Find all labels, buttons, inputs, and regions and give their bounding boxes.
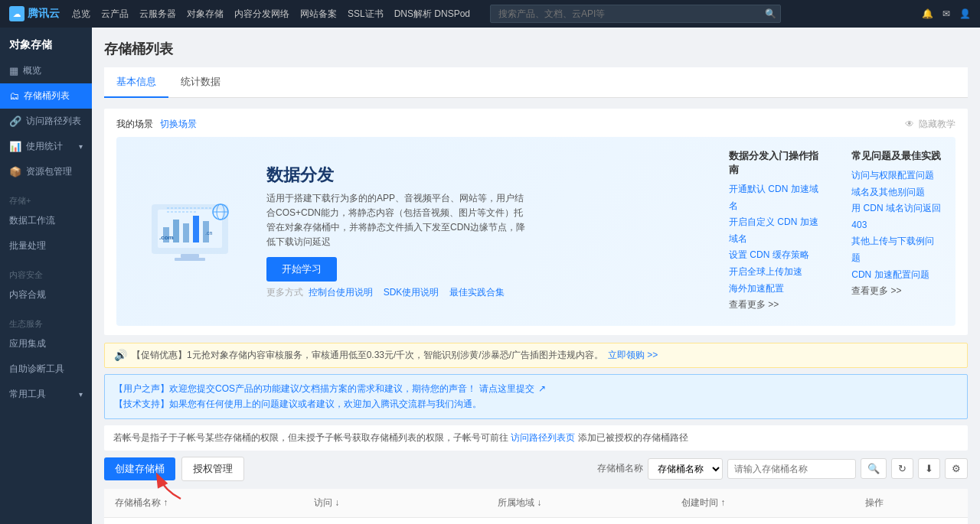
paths-icon: 🔗 bbox=[9, 116, 21, 127]
sidebar-item-access-paths[interactable]: 🔗 访问路径列表 bbox=[0, 109, 92, 134]
notification-icon[interactable]: 🔔 bbox=[922, 8, 933, 19]
search-input[interactable] bbox=[490, 5, 781, 23]
banner-section: 我的场景 切换场景 👁 隐藏教学 bbox=[104, 109, 968, 335]
sidebar-label-buckets: 存储桶列表 bbox=[24, 90, 70, 103]
sidebar-title: 对象存储 bbox=[0, 28, 92, 58]
faq-link-more[interactable]: 查看更多 >> bbox=[851, 283, 943, 300]
nav-overview[interactable]: 总览 bbox=[72, 8, 90, 21]
guide-link-5[interactable]: 海外加速配置 bbox=[729, 281, 821, 298]
nav-cvm[interactable]: 云服务器 bbox=[139, 8, 176, 21]
bucket-count-label: 存储桶名称 bbox=[597, 462, 643, 475]
info-box: 【用户之声】欢迎您提交COS产品的功能建议/文档描方案的需求和建议，期待您的声音… bbox=[104, 374, 968, 419]
notice-link[interactable]: 立即领购 >> bbox=[608, 349, 658, 362]
svg-text:.com: .com bbox=[159, 234, 174, 241]
banner-title: 数据分发 bbox=[266, 164, 714, 187]
settings-button[interactable]: ⚙ bbox=[945, 458, 968, 479]
table-row: ⓘ 可置名访问 上海（中国）(ap-shanghai) 2021-03-30 1… bbox=[104, 518, 968, 524]
external-link-icon: ↗ bbox=[538, 383, 546, 394]
overview-icon: ▦ bbox=[9, 65, 18, 76]
faq-link-4[interactable]: 其他上传与下载例问题 bbox=[851, 233, 943, 266]
sidebar-section-storage-plus: 存储+ bbox=[0, 189, 92, 208]
svg-rect-12 bbox=[175, 258, 205, 261]
sidebar-item-content-compliance[interactable]: 内容合规 bbox=[0, 282, 92, 308]
create-bucket-button[interactable]: 创建存储桶 bbox=[104, 457, 175, 480]
guide-link-3[interactable]: 设置 CDN 缓存策略 bbox=[729, 247, 821, 264]
sidebar-item-batch[interactable]: 批量处理 bbox=[0, 233, 92, 259]
nav-cloud-products[interactable]: 云产品 bbox=[101, 8, 129, 21]
guide-link-1[interactable]: 开通默认 CDN 加速域名 bbox=[729, 181, 821, 214]
top-nav-right: 🔔 ✉ 👤 bbox=[922, 8, 971, 19]
banner-right: 数据分发入门操作指南 开通默认 CDN 加速域名 开启自定义 CDN 加速域名 … bbox=[729, 149, 943, 314]
guide-link-4[interactable]: 开启全球上传加速 bbox=[729, 264, 821, 281]
faq-links: 访问与权限配置问题 域名及其他别问题 用 CDN 域名访问返回 403 其他上传… bbox=[851, 168, 943, 300]
search-icon[interactable]: 🔍 bbox=[765, 8, 776, 19]
stats-icon: 📊 bbox=[9, 141, 21, 152]
sdk-guide-link[interactable]: SDK使用说明 bbox=[384, 287, 439, 298]
sidebar-item-app-integration[interactable]: 应用集成 bbox=[0, 331, 92, 356]
access-paths-link[interactable]: 访问路径列表页 bbox=[511, 432, 575, 443]
sidebar-item-data-workflow[interactable]: 数据工作流 bbox=[0, 208, 92, 233]
logo-icon: ☁ bbox=[9, 6, 24, 21]
nav-dns[interactable]: DNS解析 DNSPod bbox=[394, 8, 470, 21]
faq-title: 常见问题及最佳实践 bbox=[851, 149, 943, 163]
start-learning-button[interactable]: 开始学习 bbox=[266, 257, 337, 282]
faq-link-3[interactable]: 用 CDN 域名访问返回 403 bbox=[851, 200, 943, 233]
col-header-name[interactable]: 存储桶名称 ↑ bbox=[115, 496, 314, 509]
search-type-select[interactable]: 存储桶名称 bbox=[648, 458, 723, 480]
sidebar-item-diag-tools[interactable]: 自助诊断工具 bbox=[0, 356, 92, 382]
hide-tutorial-btn[interactable]: 👁 隐藏教学 bbox=[905, 118, 956, 131]
search-button[interactable]: 🔍 bbox=[861, 458, 887, 479]
sidebar-item-common-tools[interactable]: 常用工具 bbox=[0, 382, 92, 407]
sidebar: 对象存储 ▦ 概览 🗂 存储桶列表 🔗 访问路径列表 📊 使用统计 📦 资源包管… bbox=[0, 28, 92, 524]
sidebar-item-stats[interactable]: 📊 使用统计 bbox=[0, 134, 92, 159]
nav-icp[interactable]: 网站备案 bbox=[300, 8, 337, 21]
submit-link[interactable]: 请点这里提交 bbox=[479, 383, 534, 394]
page-title: 存储桶列表 bbox=[104, 40, 968, 58]
col-header-access[interactable]: 访问 ↓ bbox=[314, 496, 498, 509]
logo[interactable]: ☁ 腾讯云 bbox=[9, 6, 60, 21]
nav-ssl[interactable]: SSL证书 bbox=[348, 8, 384, 21]
sidebar-item-overview[interactable]: ▦ 概览 bbox=[0, 58, 92, 83]
faq-link-1[interactable]: 访问与权限配置问题 bbox=[851, 168, 943, 184]
notice-icon: 🔊 bbox=[114, 349, 127, 361]
svg-rect-3 bbox=[173, 220, 179, 242]
switch-scene-link[interactable]: 切换场景 bbox=[160, 119, 197, 129]
banner-svg-illustration: .com .cn bbox=[136, 197, 243, 265]
message-icon[interactable]: ✉ bbox=[942, 8, 950, 19]
sidebar-label-overview: 概览 bbox=[23, 64, 41, 77]
faq-link-5[interactable]: CDN 加速配置问题 bbox=[851, 267, 943, 284]
notice-text: 【促销优惠】1元抢对象存储内容审核服务，审核通用低至0.33元/千次，智能识别涉… bbox=[132, 349, 603, 362]
guide-link-2[interactable]: 开启自定义 CDN 加速域名 bbox=[729, 214, 821, 247]
guide-title: 数据分发入门操作指南 bbox=[729, 149, 821, 177]
svg-text:.cn: .cn bbox=[205, 230, 212, 236]
user-icon[interactable]: 👤 bbox=[959, 8, 971, 19]
svg-rect-4 bbox=[183, 223, 189, 242]
table-header: 存储桶名称 ↑ 访问 ↓ 所属地域 ↓ 创建时间 ↑ 操作 bbox=[104, 489, 968, 518]
nav-cos[interactable]: 对象存储 bbox=[187, 8, 224, 21]
search-area: 🔍 bbox=[490, 5, 781, 23]
guide-section: 数据分发入门操作指南 开通默认 CDN 加速域名 开启自定义 CDN 加速域名 … bbox=[729, 149, 821, 314]
download-button[interactable]: ⬇ bbox=[918, 458, 940, 479]
nav-cdn[interactable]: 内容分发网络 bbox=[234, 8, 289, 21]
sidebar-item-resource[interactable]: 📦 资源包管理 bbox=[0, 159, 92, 184]
refresh-button[interactable]: ↻ bbox=[891, 458, 913, 479]
console-guide-link[interactable]: 控制台使用说明 bbox=[309, 287, 373, 298]
col-header-region[interactable]: 所属地域 ↓ bbox=[498, 496, 681, 509]
banner-content: 数据分发 适用于搭建下载行为多的的APP、音视频平台、网站等，用户结合COS+C… bbox=[266, 164, 714, 300]
faq-link-2[interactable]: 域名及其他别问题 bbox=[851, 184, 943, 201]
info-line2: 【技术支持】如果您有任何使用上的问题建议或者建议，欢迎加入腾讯交流群与我们沟通。 bbox=[114, 396, 958, 412]
tab-stats[interactable]: 统计数据 bbox=[168, 67, 233, 98]
guide-link-more[interactable]: 查看更多 >> bbox=[729, 297, 821, 314]
info-line1: 【用户之声】欢迎您提交COS产品的功能建议/文档描方案的需求和建议，期待您的声音… bbox=[114, 381, 958, 396]
sidebar-label-access-paths: 访问路径列表 bbox=[26, 115, 81, 128]
toolbar-right: 存储桶名称 存储桶名称 🔍 ↻ ⬇ ⚙ bbox=[597, 458, 968, 480]
sidebar-item-buckets[interactable]: 🗂 存储桶列表 bbox=[0, 83, 92, 109]
top-navigation: ☁ 腾讯云 总览 云产品 云服务器 对象存储 内容分发网络 网站备案 SSL证书… bbox=[0, 0, 980, 28]
tab-basic-info[interactable]: 基本信息 bbox=[104, 67, 168, 98]
bucket-search-input[interactable] bbox=[727, 459, 856, 479]
col-header-time[interactable]: 创建时间 ↑ bbox=[681, 496, 865, 509]
auth-management-button[interactable]: 授权管理 bbox=[181, 457, 244, 481]
best-practice-link[interactable]: 最佳实践合集 bbox=[449, 287, 505, 298]
banner-desc: 适用于搭建下载行为多的的APP、音视频平台、网站等，用户结合COS+CDN能力，… bbox=[266, 191, 527, 250]
sidebar-label-common-tools: 常用工具 bbox=[9, 388, 46, 401]
